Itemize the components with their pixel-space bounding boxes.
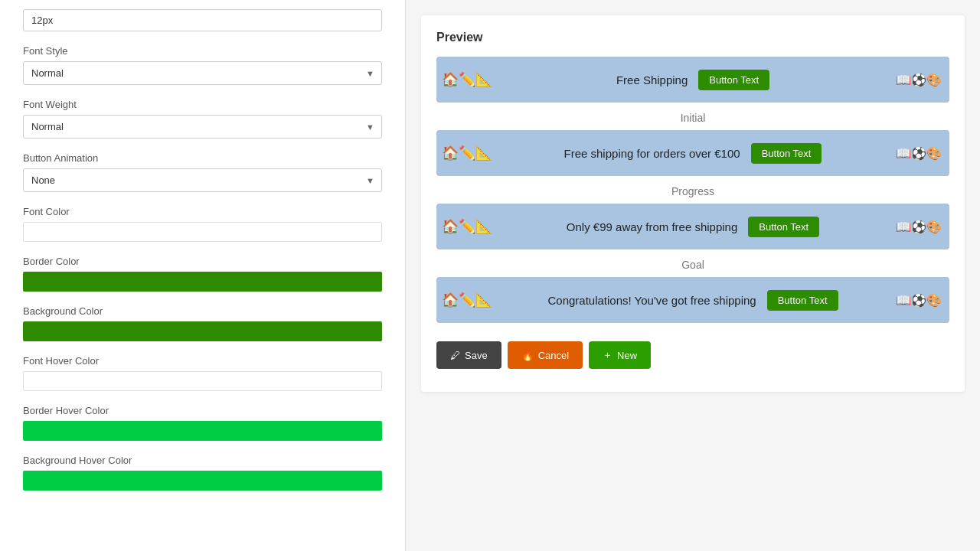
left-panel: Font Style Normal Italic Oblique ▼ Font … [0,0,406,551]
border-color-label: Border Color [23,256,382,267]
save-label: Save [465,350,488,361]
banner-goal: 🏠✏️📐 Congratulations! You've got free sh… [436,277,949,323]
cancel-label: Cancel [538,350,569,361]
banner-text-2: Only €99 away from free shipping [567,220,737,233]
border-hover-color-group: Border Hover Color [23,405,382,441]
background-hover-color-input[interactable] [23,471,382,491]
new-icon: ＋ [603,348,612,362]
banner-button-2[interactable]: Button Text [748,217,819,237]
save-button[interactable]: 🖊 Save [436,341,501,369]
cancel-icon: 🔥 [521,350,534,361]
button-animation-wrapper: None Pulse Shake Bounce ▼ [23,168,382,192]
banner-text-3: Congratulations! You've got free shippin… [547,294,756,307]
font-style-label: Font Style [23,45,382,57]
banner-content-1: Free shipping for orders over €100 Butto… [564,143,822,164]
font-weight-select[interactable]: Normal Bold Bolder Lighter [23,115,382,139]
banner-icons-right-2: 📖⚽🎨 [888,204,949,249]
border-color-group: Border Color [23,256,382,292]
banner-button-0[interactable]: Button Text [698,70,769,90]
button-animation-group: Button Animation None Pulse Shake Bounce… [23,152,382,192]
banner-text-1: Free shipping for orders over €100 [564,147,740,160]
banner-icons-right-0: 📖⚽🎨 [888,57,949,103]
banner-button-3[interactable]: Button Text [767,290,838,311]
background-color-group: Background Color [23,305,382,341]
font-hover-color-label: Font Hover Color [23,355,382,367]
banner-free-shipping: 🏠✏️📐 Free Shipping Button Text 📖⚽🎨 [436,57,949,103]
preview-card: Preview 🏠✏️📐 Free Shipping Button Text 📖… [421,15,965,392]
background-hover-color-label: Background Hover Color [23,455,382,466]
font-hover-color-input[interactable] [23,371,382,391]
border-hover-color-input[interactable] [23,421,382,441]
new-button[interactable]: ＋ New [589,341,651,369]
banner-initial: 🏠✏️📐 Free shipping for orders over €100 … [436,130,949,176]
font-color-label: Font Color [23,206,382,217]
banner-progress: 🏠✏️📐 Only €99 away from free shipping Bu… [436,204,949,249]
cancel-button[interactable]: 🔥 Cancel [508,341,583,369]
right-panel: Preview 🏠✏️📐 Free Shipping Button Text 📖… [406,0,980,551]
banner-icons-right-3: 📖⚽🎨 [888,277,949,323]
font-size-input[interactable] [23,9,382,31]
banner-icons-left-2: 🏠✏️📐 [436,204,498,249]
banner-content-3: Congratulations! You've got free shippin… [547,290,838,311]
banner-label-goal: Goal [436,259,949,271]
font-hover-color-group: Font Hover Color [23,355,382,391]
background-color-label: Background Color [23,305,382,317]
banner-icons-left-3: 🏠✏️📐 [436,277,498,323]
background-hover-color-group: Background Hover Color [23,455,382,491]
banner-icons-right-1: 📖⚽🎨 [888,130,949,176]
button-animation-select[interactable]: None Pulse Shake Bounce [23,168,382,192]
banner-content-0: Free Shipping Button Text [616,70,769,90]
border-hover-color-label: Border Hover Color [23,405,382,416]
font-color-input[interactable] [23,222,382,242]
banner-content-2: Only €99 away from free shipping Button … [567,217,819,237]
banner-icons-left-1: 🏠✏️📐 [436,130,498,176]
font-style-group: Font Style Normal Italic Oblique ▼ [23,45,382,85]
banner-label-progress: Progress [436,185,949,197]
font-style-select[interactable]: Normal Italic Oblique [23,61,382,85]
banner-icons-left-0: 🏠✏️📐 [436,57,498,103]
preview-title: Preview [436,31,949,44]
banner-label-initial: Initial [436,112,949,124]
button-animation-label: Button Animation [23,152,382,164]
font-style-wrapper: Normal Italic Oblique ▼ [23,61,382,85]
font-weight-wrapper: Normal Bold Bolder Lighter ▼ [23,115,382,139]
font-size-group [23,9,382,31]
banner-button-1[interactable]: Button Text [751,143,822,164]
save-icon: 🖊 [450,350,460,361]
action-bar: 🖊 Save 🔥 Cancel ＋ New [436,341,949,369]
font-weight-group: Font Weight Normal Bold Bolder Lighter ▼ [23,99,382,139]
font-color-group: Font Color [23,206,382,242]
banner-text-0: Free Shipping [616,73,688,86]
font-weight-label: Font Weight [23,99,382,110]
new-label: New [617,350,637,361]
border-color-input[interactable] [23,272,382,292]
background-color-input[interactable] [23,321,382,341]
